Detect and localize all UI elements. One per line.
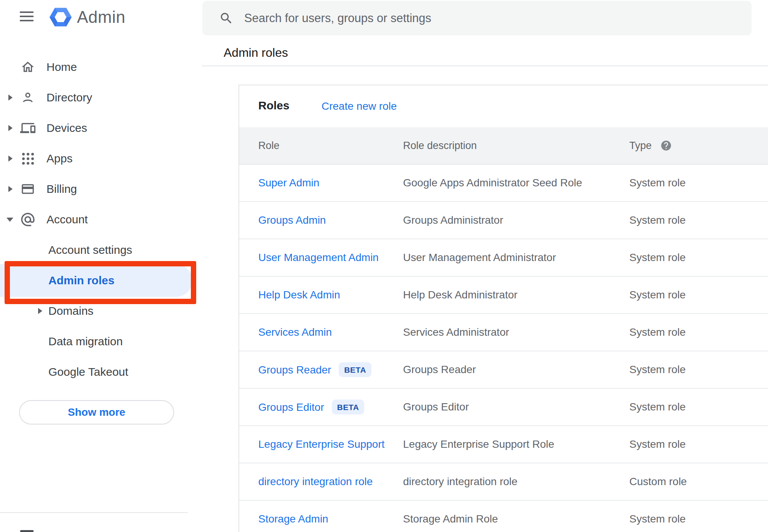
role-type: System role	[629, 326, 686, 338]
table-body: Super AdminGoogle Apps Administrator See…	[239, 165, 768, 532]
role-link[interactable]: Services Admin	[258, 326, 332, 338]
role-description: Services Administrator	[403, 326, 509, 338]
sidebar-item-label: Directory	[46, 91, 92, 104]
hamburger-menu-icon[interactable]	[20, 11, 34, 21]
role-type: System role	[629, 513, 686, 525]
roles-title: Roles	[258, 99, 290, 112]
expand-arrow-icon[interactable]	[8, 186, 13, 192]
table-row: Help Desk AdminHelp Desk AdministratorSy…	[239, 277, 768, 314]
column-header-type: Type	[629, 140, 672, 152]
show-more-button[interactable]: Show more	[19, 400, 174, 425]
role-link-label: Storage Admin	[258, 513, 328, 525]
sidebar-item-billing[interactable]: Billing	[0, 174, 202, 204]
partial-bottom-icon	[20, 530, 34, 532]
role-link-label: User Management Admin	[258, 252, 379, 264]
table-row: Groups EditorBETAGroups EditorSystem rol…	[239, 389, 768, 426]
role-link[interactable]: Groups Admin	[258, 214, 326, 226]
sidebar-item-domains[interactable]: Domains	[0, 296, 202, 326]
role-link-label: Groups Admin	[258, 214, 326, 226]
role-description: Google Apps Administrator Seed Role	[403, 177, 582, 189]
role-description: directory integration role	[403, 476, 517, 488]
role-description: Storage Admin Role	[403, 513, 498, 525]
sidebar-item-label: Apps	[46, 152, 72, 165]
table-row: Storage AdminStorage Admin RoleSystem ro…	[239, 501, 768, 532]
sidebar: Admin HomeDirectoryDevicesAppsBillingAcc…	[0, 0, 202, 532]
help-icon[interactable]	[660, 140, 672, 152]
role-link[interactable]: Groups EditorBETA	[258, 400, 364, 415]
role-link[interactable]: Help Desk Admin	[258, 289, 340, 301]
at-icon	[20, 212, 36, 228]
table-row: Super AdminGoogle Apps Administrator See…	[239, 165, 768, 202]
role-type: System role	[629, 252, 686, 264]
sidebar-item-label: Account settings	[48, 244, 132, 256]
home-icon	[20, 59, 36, 75]
role-link-label: Services Admin	[258, 326, 332, 338]
expand-arrow-icon[interactable]	[8, 155, 13, 162]
role-link[interactable]: Legacy Enterprise Support	[258, 438, 385, 450]
header-divider	[202, 66, 768, 66]
role-link-label: Groups Editor	[258, 401, 324, 413]
search-bar[interactable]	[202, 1, 752, 35]
role-link-label: Legacy Enterprise Support	[258, 438, 385, 450]
sidebar-item-label: Admin roles	[48, 274, 114, 287]
role-description: Legacy Enterprise Support Role	[403, 438, 554, 450]
sidebar-item-account-settings[interactable]: Account settings	[0, 235, 202, 265]
sidebar-item-google-takeout[interactable]: Google Takeout	[0, 357, 202, 387]
role-description: Groups Reader	[403, 364, 476, 376]
devices-icon	[20, 120, 36, 136]
role-type: Custom role	[629, 476, 687, 488]
role-link[interactable]: User Management Admin	[258, 252, 379, 264]
roles-card-header: Roles Create new role	[239, 85, 768, 127]
sidebar-item-account[interactable]: Account	[0, 204, 202, 235]
column-header-type-label: Type	[629, 140, 652, 152]
role-link[interactable]: Groups ReaderBETA	[258, 362, 371, 377]
beta-badge: BETA	[332, 400, 365, 415]
sidebar-nav: HomeDirectoryDevicesAppsBillingAccountAc…	[0, 52, 202, 387]
role-type: System role	[629, 401, 686, 413]
sidebar-item-label: Google Takeout	[48, 365, 128, 378]
table-header-row: Role Role description Type	[239, 127, 768, 165]
admin-logo-icon	[48, 5, 73, 29]
sidebar-item-admin-roles[interactable]: Admin roles	[0, 265, 202, 296]
expand-arrow-icon[interactable]	[8, 95, 13, 101]
sidebar-item-label: Account	[46, 213, 88, 226]
expand-arrow-icon[interactable]	[8, 125, 13, 131]
role-type: System role	[629, 214, 686, 226]
role-description: User Management Administrator	[403, 252, 556, 264]
billing-icon	[20, 181, 36, 197]
column-header-role: Role	[258, 140, 280, 152]
sidebar-item-label: Data migration	[48, 335, 123, 348]
table-row: Groups AdminGroups AdministratorSystem r…	[239, 202, 768, 239]
sidebar-item-apps[interactable]: Apps	[0, 143, 202, 174]
create-new-role-link[interactable]: Create new role	[322, 100, 397, 112]
sidebar-item-home[interactable]: Home	[0, 52, 202, 82]
role-link-label: Super Admin	[258, 177, 319, 189]
beta-badge: BETA	[339, 362, 371, 377]
expand-arrow-icon[interactable]	[38, 308, 42, 314]
table-row: Groups ReaderBETAGroups ReaderSystem rol…	[239, 351, 768, 389]
role-link-label: directory integration role	[258, 476, 373, 488]
role-type: System role	[629, 289, 686, 301]
role-description: Groups Administrator	[403, 214, 503, 226]
collapse-arrow-icon[interactable]	[6, 218, 13, 222]
sidebar-item-label: Devices	[46, 122, 87, 135]
role-description: Groups Editor	[403, 401, 469, 413]
role-link-label: Groups Reader	[258, 364, 331, 376]
sidebar-item-devices[interactable]: Devices	[0, 113, 202, 143]
sidebar-item-label: Billing	[46, 183, 77, 195]
apps-icon	[20, 151, 36, 167]
table-row: directory integration roledirectory inte…	[239, 463, 768, 501]
table-row: User Management AdminUser Management Adm…	[239, 239, 768, 277]
role-link[interactable]: Storage Admin	[258, 513, 328, 525]
role-type: System role	[629, 364, 686, 376]
sidebar-item-data-migration[interactable]: Data migration	[0, 326, 202, 357]
search-input[interactable]	[244, 11, 752, 25]
role-link[interactable]: directory integration role	[258, 476, 373, 488]
role-type: System role	[629, 177, 686, 189]
roles-card: Roles Create new role Role Role descript…	[238, 85, 768, 532]
table-row: Legacy Enterprise SupportLegacy Enterpri…	[239, 426, 768, 463]
sidebar-item-directory[interactable]: Directory	[0, 82, 202, 113]
sidebar-divider	[0, 512, 188, 513]
role-link[interactable]: Super Admin	[258, 177, 319, 189]
app-title: Admin	[77, 6, 125, 28]
